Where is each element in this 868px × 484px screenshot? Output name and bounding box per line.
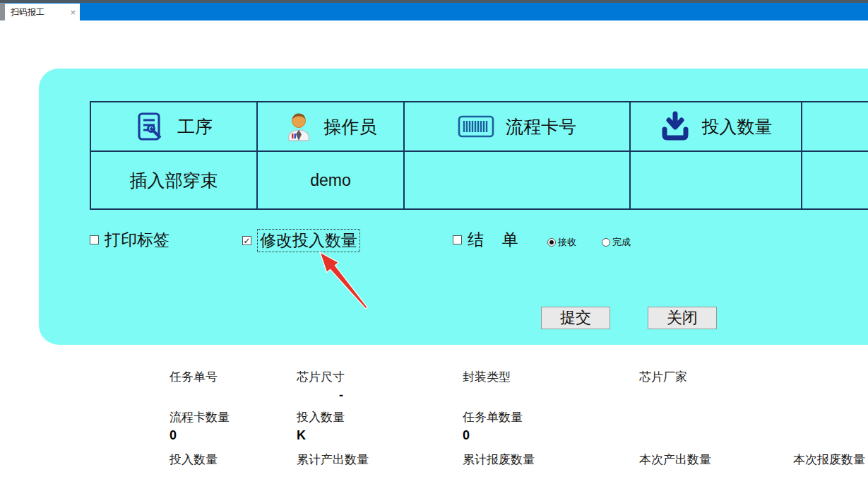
close-button[interactable]: 关闭: [648, 307, 717, 329]
process-icon: [135, 111, 166, 142]
close-order-checkbox[interactable]: [453, 235, 462, 244]
app-window: 扫码报工 × 工序: [0, 0, 868, 484]
header-cell-input-qty: 投入数量: [631, 102, 802, 152]
info-label-input-qty2: 投入数量: [297, 409, 345, 425]
info-label-cum-output-qty: 累计产出数量: [297, 451, 369, 468]
operator-value: demo: [310, 171, 351, 190]
close-order-text: 结 单: [468, 229, 525, 251]
close-button-label: 关闭: [667, 307, 698, 329]
info-value-input-qty: K: [297, 428, 306, 443]
info-value-flow-card-count: 0: [170, 428, 177, 443]
close-icon[interactable]: ×: [70, 8, 76, 17]
radio-receive[interactable]: [547, 238, 556, 247]
radio-complete[interactable]: [602, 238, 610, 247]
table-header-row: 工序 操作员: [91, 102, 868, 152]
info-label-chip-maker: 芯片厂家: [639, 369, 687, 385]
column-label-flow-card: 流程卡号: [506, 115, 576, 138]
radio-complete-label: 完成: [612, 236, 631, 249]
info-label-task-order-count: 任务单数量: [463, 409, 523, 425]
info-label-cum-scrap-qty: 累计报废数量: [463, 451, 535, 468]
tabstrip-left-edge: [0, 3, 5, 20]
submit-button[interactable]: 提交: [541, 307, 610, 329]
info-value-chip-size: -: [339, 388, 343, 403]
radio-receive-label: 接收: [558, 236, 576, 249]
submit-button-label: 提交: [560, 307, 591, 329]
close-order-option[interactable]: 结 单: [453, 229, 525, 251]
operator-icon: [285, 111, 313, 142]
flow-card-value-cell[interactable]: [405, 152, 631, 208]
header-cell-flow-card: 流程卡号: [405, 102, 631, 152]
info-label-chip-size: 芯片尺寸: [297, 369, 345, 385]
modify-input-qty-checkbox[interactable]: ✓: [242, 236, 251, 245]
info-label-flow-card-count: 流程卡数量: [170, 409, 230, 425]
print-label-option[interactable]: 打印标签: [90, 229, 170, 251]
scan-report-panel: 工序 操作员: [39, 69, 868, 345]
radio-complete-option[interactable]: 完成: [602, 236, 631, 249]
tab-scan-report[interactable]: 扫码报工 ×: [5, 4, 80, 20]
info-label-input-qty3: 投入数量: [170, 451, 218, 468]
work-report-table: 工序 操作员: [90, 101, 868, 210]
process-value-cell[interactable]: 插入部穿束: [91, 152, 258, 208]
header-cell-process: 工序: [91, 102, 258, 152]
print-label-checkbox[interactable]: [90, 235, 99, 244]
info-label-task-order-no: 任务单号: [170, 369, 218, 385]
radio-receive-option[interactable]: 接收: [547, 236, 576, 249]
header-cell-operator: 操作员: [258, 102, 405, 152]
info-value-task-order-count: 0: [463, 428, 470, 443]
info-label-this-output-qty: 本次产出数量: [639, 451, 711, 468]
input-qty-download-icon: [660, 111, 691, 142]
header-cell-submit-qty: 提: [802, 102, 868, 152]
submit-qty-value-cell[interactable]: [802, 152, 868, 208]
column-label-process: 工序: [177, 115, 213, 138]
print-label-text: 打印标签: [105, 229, 170, 251]
tab-title: 扫码报工: [11, 6, 44, 18]
info-label-package-type: 封装类型: [463, 369, 511, 385]
column-label-input-qty: 投入数量: [702, 115, 773, 138]
barcode-icon: [458, 114, 494, 139]
process-value: 插入部穿束: [130, 169, 218, 192]
operator-value-cell[interactable]: demo: [258, 152, 405, 208]
input-qty-value-cell[interactable]: [631, 152, 802, 208]
table-value-row: 插入部穿束 demo: [91, 152, 868, 208]
red-annotation-arrow: [314, 247, 374, 316]
title-bar: [0, 3, 868, 20]
info-label-this-scrap-qty: 本次报废数量: [793, 451, 865, 468]
column-label-operator: 操作员: [324, 115, 377, 138]
